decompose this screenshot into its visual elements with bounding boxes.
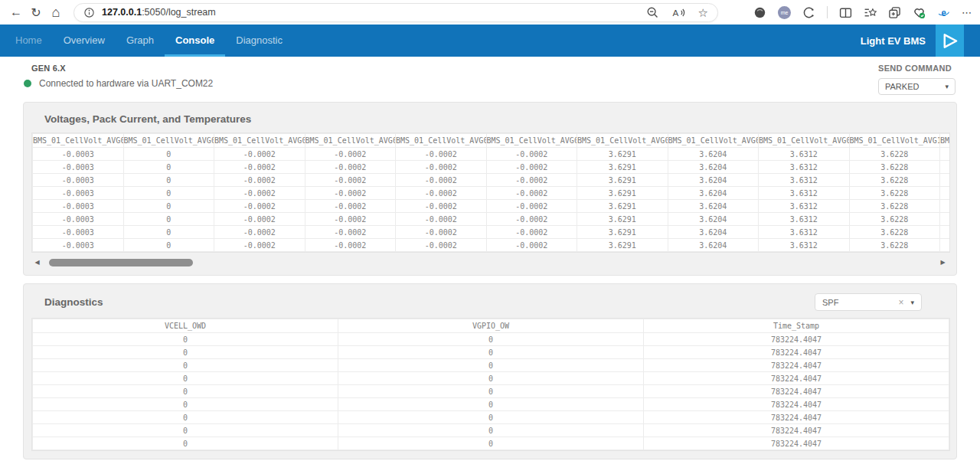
home-icon[interactable]: ⌂ xyxy=(46,2,66,22)
scroll-right-icon[interactable]: ▶ xyxy=(938,259,948,266)
read-aloud-icon[interactable]: A xyxy=(672,6,685,19)
table-row: -0.00030-0.0002-0.0002-0.0002-0.00023.62… xyxy=(33,174,951,187)
table-cell: -0.0002 xyxy=(305,239,396,252)
table-cell: 783224.4047 xyxy=(644,372,949,385)
copilot-icon[interactable] xyxy=(802,6,815,19)
table-cell: 3.6228 xyxy=(849,239,940,252)
browser-essentials-icon[interactable] xyxy=(913,6,926,19)
scroll-left-icon[interactable]: ◀ xyxy=(32,259,42,266)
address-bar[interactable]: 127.0.0.1:5050/log_stream A ☆ xyxy=(74,3,718,22)
table-cell: -0.0002 xyxy=(486,213,577,226)
brand-title: Light EV BMS xyxy=(861,35,926,47)
column-header: BMS_01_CellVolt_AVG01 xyxy=(33,134,124,148)
chevron-down-icon: ▾ xyxy=(945,83,949,90)
e-extension-icon[interactable]: e xyxy=(937,6,950,19)
back-icon[interactable]: ← xyxy=(6,2,26,22)
column-header: VGPIO_OW xyxy=(338,319,644,333)
table-cell: 3.6291 xyxy=(577,148,668,161)
table-cell: 0 xyxy=(123,174,214,187)
url-path: :5050/log_stream xyxy=(142,7,216,18)
table-cell: 0 xyxy=(338,333,644,346)
table-cell: 3.6228 xyxy=(849,187,940,200)
table-row: 00783224.4047 xyxy=(33,398,949,411)
refresh-icon[interactable]: ↻ xyxy=(26,2,46,22)
split-screen-icon[interactable] xyxy=(839,6,852,19)
horizontal-scrollbar[interactable]: ◀ ▶ xyxy=(31,257,949,267)
diagnostics-table: VCELL_OWDVGPIO_OWTime_Stamp00783224.4047… xyxy=(32,319,949,450)
site-info-icon[interactable] xyxy=(83,7,95,18)
table-cell: 783224.4047 xyxy=(644,359,949,372)
table-cell: 783224.4047 xyxy=(644,437,949,450)
table-cell: 0 xyxy=(123,187,214,200)
tab-diagnostic[interactable]: Diagnostic xyxy=(225,25,293,57)
table-row: 00783224.4047 xyxy=(33,346,949,359)
table-cell: 0 xyxy=(33,333,338,346)
column-header: BMS_01_CellVolt_AVG11 xyxy=(940,134,951,148)
table-cell xyxy=(940,213,951,226)
column-header: BMS_01_CellVolt_AVG09 xyxy=(759,134,850,148)
scrollbar-thumb[interactable] xyxy=(49,259,193,266)
app-logo[interactable] xyxy=(936,25,964,57)
voltages-table: BMS_01_CellVolt_AVG01BMS_01_CellVolt_AVG… xyxy=(32,133,950,252)
play-triangle-icon xyxy=(941,32,959,50)
table-cell: -0.0002 xyxy=(305,213,396,226)
diagnostics-card: Diagnostics SPF × ▾ VCELL_OWDVGPIO_OWTim… xyxy=(23,283,957,459)
table-row: -0.00030-0.0002-0.0002-0.0002-0.00023.62… xyxy=(33,161,951,174)
tab-console[interactable]: Console xyxy=(165,25,225,57)
table-cell: -0.0003 xyxy=(33,200,124,213)
send-command-value: PARKED xyxy=(885,82,919,91)
table-cell: 3.6204 xyxy=(668,239,759,252)
tab-graph[interactable]: Graph xyxy=(116,25,165,57)
table-cell: 3.6312 xyxy=(759,161,850,174)
table-cell: 783224.4047 xyxy=(644,333,949,346)
table-cell: -0.0003 xyxy=(33,161,124,174)
favorites-list-icon[interactable] xyxy=(864,6,877,19)
table-cell: 3.6312 xyxy=(759,187,850,200)
table-cell: -0.0002 xyxy=(214,200,305,213)
clear-icon[interactable]: × xyxy=(898,298,903,307)
table-cell xyxy=(940,187,951,200)
table-cell: -0.0002 xyxy=(396,148,487,161)
table-cell: -0.0003 xyxy=(33,226,124,239)
table-cell xyxy=(940,148,951,161)
table-cell: -0.0002 xyxy=(396,213,487,226)
profile-avatar[interactable]: me xyxy=(778,6,791,19)
svg-text:e: e xyxy=(941,7,946,18)
scrollbar-track[interactable] xyxy=(42,259,938,266)
send-command-select[interactable]: PARKED ▾ xyxy=(878,78,956,95)
column-header: BMS_01_CellVolt_AVG07 xyxy=(577,134,668,148)
favorite-star-icon[interactable]: ☆ xyxy=(698,7,708,18)
table-cell: 3.6312 xyxy=(759,239,850,252)
table-cell xyxy=(940,239,951,252)
diagnostics-filter-select[interactable]: SPF × ▾ xyxy=(815,293,922,311)
column-header: BMS_01_CellVolt_AVG02 xyxy=(123,134,214,148)
table-cell: -0.0002 xyxy=(396,161,487,174)
table-cell xyxy=(940,226,951,239)
extension-sphere-icon[interactable] xyxy=(753,6,766,19)
table-cell: 0 xyxy=(123,148,214,161)
table-row: -0.00030-0.0002-0.0002-0.0002-0.00023.62… xyxy=(33,239,951,252)
tab-overview[interactable]: Overview xyxy=(53,25,116,57)
table-cell: -0.0002 xyxy=(486,239,577,252)
table-cell: 0 xyxy=(338,359,644,372)
table-cell: -0.0002 xyxy=(486,161,577,174)
table-cell: -0.0002 xyxy=(214,213,305,226)
table-cell xyxy=(940,200,951,213)
table-cell: 3.6291 xyxy=(577,161,668,174)
tab-home[interactable]: Home xyxy=(5,25,53,57)
table-cell: 0 xyxy=(123,200,214,213)
table-cell: 0 xyxy=(33,411,338,424)
collections-add-icon[interactable] xyxy=(888,6,901,19)
voltages-table-viewport: BMS_01_CellVolt_AVG01BMS_01_CellVolt_AVG… xyxy=(31,132,950,253)
zoom-out-icon[interactable] xyxy=(646,6,659,19)
column-header: Time_Stamp xyxy=(644,319,949,333)
table-cell: 3.6204 xyxy=(668,187,759,200)
table-cell: -0.0002 xyxy=(396,200,487,213)
connection-message: Connected to hardware via UART_COM22 xyxy=(39,78,213,89)
settings-menu-icon[interactable]: ⋯ xyxy=(962,7,972,18)
table-cell: -0.0003 xyxy=(33,187,124,200)
table-cell: 3.6204 xyxy=(668,174,759,187)
column-header: BMS_01_CellVolt_AVG05 xyxy=(396,134,487,148)
table-cell: -0.0002 xyxy=(396,187,487,200)
svg-text:A: A xyxy=(672,8,678,18)
